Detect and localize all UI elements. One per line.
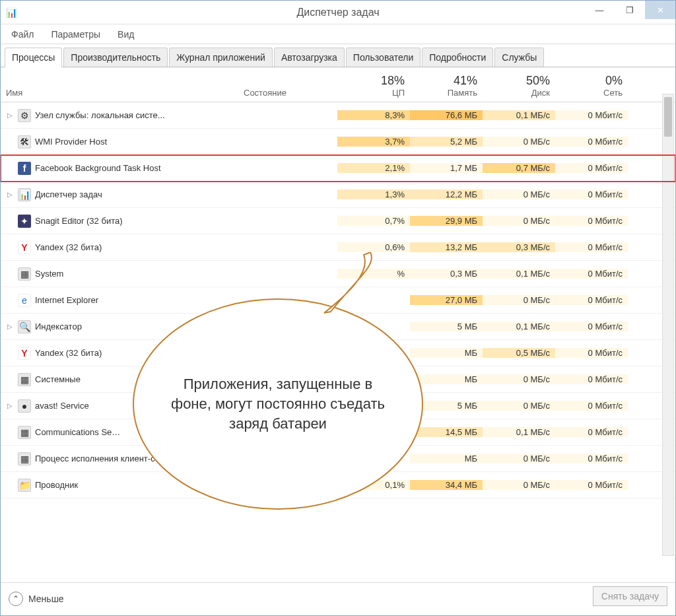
process-name: Узел службы: локальная систе...	[35, 110, 165, 120]
table-row[interactable]: fFacebook Background Task Host2,1%1,7 МБ…	[1, 155, 675, 182]
table-row[interactable]: ▦Процесс исполнения клиент-с…МБ0 МБ/с0 М…	[1, 446, 675, 472]
memory-value: 13,2 МБ	[410, 242, 483, 252]
tab-4[interactable]: Пользователи	[346, 48, 421, 67]
memory-value: МБ	[410, 374, 483, 384]
process-name: Facebook Background Task Host	[35, 163, 161, 173]
close-button[interactable]: ✕	[645, 1, 675, 19]
process-icon: 📁	[18, 479, 31, 492]
app-icon: 📊	[1, 7, 22, 18]
process-name: Communications Se…	[35, 427, 120, 437]
cpu-value: 8,3%	[337, 110, 410, 120]
tab-6[interactable]: Службы	[494, 48, 544, 67]
table-row[interactable]: 📁Проводник0,1%34,4 МБ0 МБ/с0 Мбит/с	[1, 472, 675, 498]
tabs: ПроцессыПроизводительностьЖурнал приложе…	[1, 44, 675, 67]
process-icon: 📊	[18, 188, 31, 201]
window-title: Диспетчер задач	[1, 7, 675, 18]
table-row[interactable]: ▷●avast! Service5 МБ0 МБ/с0 Мбит/с	[1, 393, 675, 419]
table-row[interactable]: ▷🔍Индексатор5 МБ0,1 МБ/с0 Мбит/с	[1, 314, 675, 340]
disk-value: 0,5 МБ/с	[483, 348, 555, 358]
table-row[interactable]: YYandex (32 бита)МБ0,5 МБ/с0 Мбит/с	[1, 340, 675, 366]
disk-value: 0,1 МБ/с	[483, 269, 555, 279]
process-name: Диспетчер задач	[35, 189, 102, 199]
disk-value: 0 МБ/с	[483, 454, 555, 463]
network-value: 0 Мбит/с	[555, 480, 628, 490]
expand-toggle[interactable]: ▷	[6, 323, 14, 330]
memory-value: МБ	[410, 454, 483, 463]
disk-value: 0 МБ/с	[483, 401, 555, 411]
table-row[interactable]: ▷📊Диспетчер задач1,3%12,2 МБ0 МБ/с0 Мбит…	[1, 182, 675, 208]
col-state[interactable]: Состояние	[238, 67, 337, 102]
process-name: Yandex (32 бита)	[35, 348, 102, 358]
fewer-details-button[interactable]: ⌃ Меньше	[9, 592, 64, 606]
table-header: Имя Состояние 18% ЦП 41% Память 50% Диск…	[1, 67, 675, 102]
network-value: 0 Мбит/с	[555, 454, 628, 463]
process-icon: ●	[18, 399, 31, 413]
process-name: Системные	[35, 374, 81, 384]
network-value: 0 Мбит/с	[555, 427, 628, 437]
table-row[interactable]: ▷⚙Узел службы: локальная систе...8,3%76,…	[1, 102, 675, 129]
table-row[interactable]: ▦System%0,3 МБ0,1 МБ/с0 Мбит/с	[1, 261, 675, 287]
scroll-thumb[interactable]	[664, 97, 672, 137]
network-value: 0 Мбит/с	[555, 348, 628, 358]
tab-3[interactable]: Автозагрузка	[274, 48, 345, 67]
memory-value: 27,0 МБ	[410, 295, 483, 305]
process-icon: e	[18, 294, 31, 307]
tab-5[interactable]: Подробности	[422, 48, 493, 67]
menu-options[interactable]: Параметры	[47, 26, 104, 42]
disk-value: 0,1 МБ/с	[483, 427, 555, 437]
process-name: WMI Provider Host	[35, 137, 107, 147]
process-icon: ▦	[18, 267, 31, 281]
col-network[interactable]: 0% Сеть	[555, 67, 628, 102]
process-name: avast! Service	[35, 401, 89, 411]
table-row[interactable]: 🛠WMI Provider Host3,7%5,2 МБ0 МБ/с0 Мбит…	[1, 129, 675, 155]
col-name[interactable]: Имя	[1, 67, 238, 102]
memory-value: 0,3 МБ	[410, 269, 483, 279]
memory-value: 14,5 МБ	[410, 427, 483, 437]
memory-value: 34,4 МБ	[410, 480, 483, 490]
cpu-value: 2,1%	[337, 163, 410, 173]
process-icon: ▦	[18, 452, 31, 465]
memory-value: 5 МБ	[410, 322, 483, 331]
col-cpu[interactable]: 18% ЦП	[337, 67, 410, 102]
network-value: 0 Мбит/с	[555, 322, 628, 331]
tab-2[interactable]: Журнал приложений	[169, 48, 273, 67]
table-row[interactable]: ▦СистемныеМБ0 МБ/с0 Мбит/с	[1, 366, 675, 393]
table-row[interactable]: ▦Communications Se…14,5 МБ0,1 МБ/с0 Мбит…	[1, 419, 675, 446]
disk-value: 0,1 МБ/с	[483, 322, 555, 331]
footer: ⌃ Меньше Снять задачу	[1, 582, 675, 611]
table-row[interactable]: eInternet Explorer27,0 МБ0 МБ/с0 Мбит/с	[1, 287, 675, 314]
col-memory[interactable]: 41% Память	[410, 67, 483, 102]
disk-value: 0 МБ/с	[483, 374, 555, 384]
disk-value: 0 МБ/с	[483, 137, 555, 147]
tab-0[interactable]: Процессы	[5, 48, 62, 67]
network-value: 0 Мбит/с	[555, 242, 628, 252]
memory-value: 12,2 МБ	[410, 189, 483, 199]
process-icon: f	[18, 162, 31, 175]
minimize-button[interactable]: —	[584, 1, 615, 19]
chevron-up-icon: ⌃	[9, 592, 23, 606]
expand-toggle[interactable]: ▷	[6, 112, 14, 119]
process-name: Процесс исполнения клиент-с…	[35, 454, 164, 463]
network-value: 0 Мбит/с	[555, 295, 628, 305]
process-name: Snagit Editor (32 бита)	[35, 216, 123, 226]
expand-toggle[interactable]: ▷	[6, 191, 14, 198]
disk-value: 0 МБ/с	[483, 216, 555, 226]
network-value: 0 Мбит/с	[555, 401, 628, 411]
network-value: 0 Мбит/с	[555, 374, 628, 384]
table-row[interactable]: ✦Snagit Editor (32 бита)0,7%29,9 МБ0 МБ/…	[1, 208, 675, 234]
col-disk[interactable]: 50% Диск	[483, 67, 555, 102]
cpu-value: 0,6%	[337, 242, 410, 252]
table-row[interactable]: YYandex (32 бита)0,6%13,2 МБ0,3 МБ/с0 Мб…	[1, 234, 675, 261]
menu-file[interactable]: Файл	[7, 26, 38, 42]
menu-view[interactable]: Вид	[114, 26, 138, 42]
process-icon: 🛠	[18, 135, 31, 149]
end-task-button[interactable]: Снять задачу	[593, 586, 667, 606]
titlebar: 📊 Диспетчер задач — ❐ ✕	[1, 1, 675, 24]
expand-toggle[interactable]: ▷	[6, 402, 14, 409]
tab-1[interactable]: Производительность	[63, 48, 168, 67]
maximize-button[interactable]: ❐	[615, 1, 645, 19]
memory-value: 29,9 МБ	[410, 216, 483, 226]
cpu-value: %	[337, 269, 410, 279]
process-name: Индексатор	[35, 322, 82, 331]
task-manager-window: 📊 Диспетчер задач — ❐ ✕ Файл Параметры В…	[0, 0, 676, 616]
